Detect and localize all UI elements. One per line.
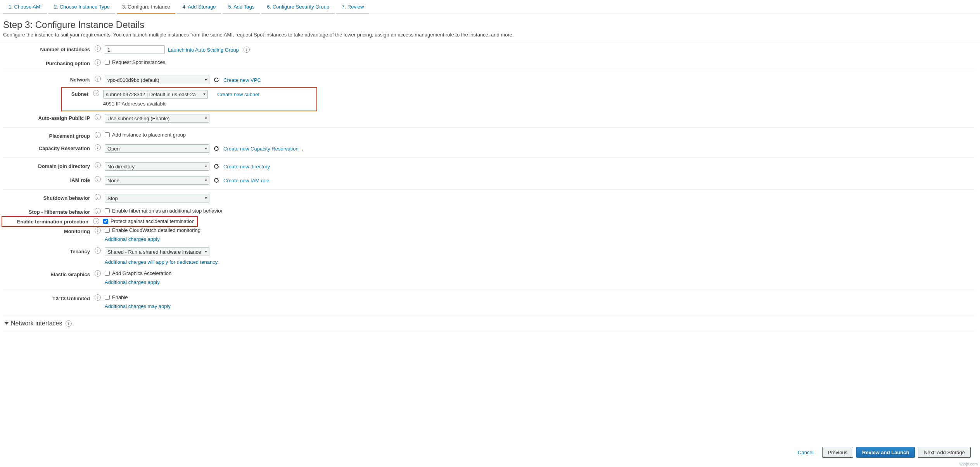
- subnet-select[interactable]: subnet-b97283d2 | Default in us-east-2a: [103, 90, 208, 99]
- form-scroll-area[interactable]: Number of instances i Launch into Auto S…: [0, 42, 980, 447]
- label-t2t3-unlimited: T2/T3 Unlimited: [3, 294, 93, 301]
- tenancy-select[interactable]: Shared - Run a shared hardware instance: [105, 247, 209, 256]
- row-elastic-graphics: Elastic Graphics i Add Graphics Accelera…: [3, 268, 975, 290]
- tab-security-group[interactable]: 6. Configure Security Group: [261, 2, 335, 14]
- tab-configure-instance[interactable]: 3. Configure Instance: [117, 2, 176, 14]
- page-subtitle: Configure the instance to suit your requ…: [3, 32, 977, 38]
- info-icon[interactable]: i: [95, 162, 101, 168]
- next-add-storage-button[interactable]: Next: Add Storage: [918, 447, 971, 447]
- tab-choose-instance-type[interactable]: 2. Choose Instance Type: [48, 2, 115, 14]
- footer-bar: Cancel Previous Review and Launch Next: …: [0, 444, 971, 447]
- row-domain-directory: Domain join directory i No directory Cre…: [3, 159, 975, 173]
- info-icon[interactable]: i: [95, 114, 101, 120]
- shutdown-behavior-select[interactable]: Stop: [105, 194, 209, 202]
- elastic-graphics-label: Add Graphics Acceleration: [112, 270, 171, 276]
- create-subnet-link[interactable]: Create new subnet: [217, 92, 259, 97]
- info-icon[interactable]: i: [93, 218, 99, 224]
- label-hibernate: Stop - Hibernate behavior: [3, 208, 93, 215]
- auto-assign-ip-select[interactable]: Use subnet setting (Enable): [105, 114, 209, 123]
- tab-choose-ami[interactable]: 1. Choose AMI: [3, 2, 47, 14]
- label-shutdown-behavior: Shutdown behavior: [3, 194, 93, 201]
- wizard-tabs: 1. Choose AMI 2. Choose Instance Type 3.…: [0, 0, 980, 14]
- label-number-of-instances: Number of instances: [3, 45, 93, 52]
- previous-button[interactable]: Previous: [822, 447, 854, 447]
- info-icon[interactable]: i: [95, 176, 101, 182]
- info-icon[interactable]: i: [95, 270, 101, 277]
- launch-asg-link[interactable]: Launch into Auto Scaling Group: [168, 47, 239, 53]
- info-icon[interactable]: i: [95, 45, 101, 52]
- domain-directory-select[interactable]: No directory: [105, 162, 209, 171]
- info-icon[interactable]: i: [95, 208, 101, 214]
- network-select[interactable]: vpc-d010d9bb (default): [105, 76, 209, 84]
- hibernate-checkbox[interactable]: [105, 208, 110, 213]
- label-elastic-graphics: Elastic Graphics: [3, 270, 93, 277]
- tab-add-tags[interactable]: 5. Add Tags: [223, 2, 260, 14]
- page-title: Step 3: Configure Instance Details: [3, 19, 977, 30]
- create-directory-link[interactable]: Create new directory: [223, 164, 270, 170]
- section-network-interfaces[interactable]: Network interfaces i: [3, 316, 975, 331]
- info-icon[interactable]: i: [95, 294, 101, 301]
- label-purchasing-option: Purchasing option: [3, 59, 93, 66]
- t2t3-checkbox[interactable]: [105, 295, 110, 300]
- label-network: Network: [3, 76, 93, 83]
- elastic-charges-link[interactable]: Additional charges apply.: [105, 279, 171, 285]
- create-capacity-link[interactable]: Create new Capacity Reservation: [223, 146, 299, 152]
- row-termination-protection: Enable termination protection i Protect …: [3, 218, 975, 225]
- row-monitoring: Monitoring i Enable CloudWatch detailed …: [3, 225, 975, 245]
- info-icon[interactable]: i: [95, 227, 101, 234]
- section-title: Network interfaces: [11, 320, 62, 327]
- info-icon[interactable]: i: [95, 76, 101, 82]
- row-tenancy: Tenancy i Shared - Run a shared hardware…: [3, 245, 975, 268]
- elastic-graphics-checkbox[interactable]: [105, 271, 110, 276]
- subnet-ip-note: 4091 IP Addresses available: [103, 101, 259, 107]
- label-auto-assign-ip: Auto-assign Public IP: [3, 114, 93, 121]
- request-spot-checkbox[interactable]: [105, 60, 110, 65]
- row-network: Network i vpc-d010d9bb (default) Create …: [3, 73, 975, 87]
- termination-protection-label: Protect against accidental termination: [111, 218, 195, 224]
- create-iam-link[interactable]: Create new IAM role: [223, 178, 270, 183]
- number-of-instances-input[interactable]: [105, 45, 165, 54]
- info-icon[interactable]: i: [95, 144, 101, 150]
- row-purchasing-option: Purchasing option i Request Spot instanc…: [3, 57, 975, 71]
- label-iam-role: IAM role: [3, 176, 93, 183]
- hibernate-label: Enable hibernation as an additional stop…: [112, 208, 223, 214]
- placement-group-checkbox[interactable]: [105, 132, 110, 137]
- review-launch-button[interactable]: Review and Launch: [856, 447, 915, 447]
- cancel-button[interactable]: Cancel: [792, 447, 819, 447]
- label-placement-group: Placement group: [3, 132, 93, 139]
- monitoring-checkbox[interactable]: [105, 228, 110, 233]
- termination-protection-checkbox[interactable]: [103, 219, 108, 224]
- t2t3-label: Enable: [112, 294, 128, 300]
- label-termination-protection: Enable termination protection: [3, 218, 92, 225]
- create-vpc-link[interactable]: Create new VPC: [223, 77, 261, 83]
- info-icon[interactable]: i: [95, 247, 101, 254]
- tab-add-storage[interactable]: 4. Add Storage: [177, 2, 221, 14]
- row-capacity-reservation: Capacity Reservation i Open Create new C…: [3, 142, 975, 158]
- refresh-icon[interactable]: [213, 76, 220, 84]
- iam-role-select[interactable]: None: [105, 176, 209, 185]
- label-monitoring: Monitoring: [3, 227, 93, 234]
- row-iam-role: IAM role i None Create new IAM role: [3, 173, 975, 190]
- refresh-icon[interactable]: [213, 163, 220, 170]
- tab-review[interactable]: 7. Review: [336, 2, 369, 14]
- row-placement-group: Placement group i Add instance to placem…: [3, 129, 975, 142]
- tenancy-charges-link[interactable]: Additional charges will apply for dedica…: [105, 259, 219, 265]
- info-icon[interactable]: i: [244, 47, 250, 53]
- info-icon[interactable]: i: [95, 132, 101, 138]
- row-shutdown-behavior: Shutdown behavior i Stop: [3, 191, 975, 205]
- refresh-icon[interactable]: [213, 176, 220, 184]
- request-spot-label: Request Spot instances: [112, 59, 165, 65]
- dot-icon: .: [302, 146, 304, 152]
- info-icon[interactable]: i: [93, 90, 99, 96]
- t2t3-charges-link[interactable]: Additional charges may apply: [105, 303, 171, 309]
- label-subnet: Subnet: [64, 90, 92, 97]
- info-icon[interactable]: i: [95, 59, 101, 66]
- row-number-of-instances: Number of instances i Launch into Auto S…: [3, 43, 975, 57]
- capacity-reservation-select[interactable]: Open: [105, 144, 209, 153]
- info-icon[interactable]: i: [95, 194, 101, 200]
- info-icon[interactable]: i: [66, 320, 72, 327]
- label-domain-directory: Domain join directory: [3, 162, 93, 169]
- refresh-icon[interactable]: [213, 145, 220, 152]
- label-capacity-reservation: Capacity Reservation: [3, 144, 93, 151]
- monitoring-charges-link[interactable]: Additional charges apply.: [105, 236, 200, 242]
